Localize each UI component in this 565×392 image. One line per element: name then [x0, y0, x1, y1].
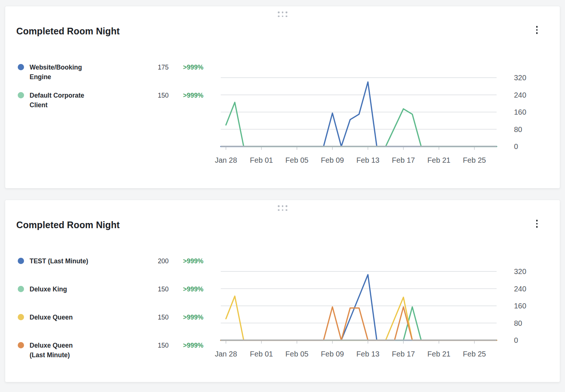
- x-axis-line: [221, 339, 497, 341]
- x-tick-label: Feb 17: [392, 350, 415, 358]
- x-tick-label: Jan 28: [215, 350, 237, 358]
- x-tick-label: Feb 01: [250, 156, 273, 164]
- y-tick-label: 320: [514, 267, 526, 276]
- y-tick-label: 320: [514, 74, 526, 82]
- y-tick-label: 240: [514, 91, 526, 99]
- x-tick-label: Feb 05: [285, 156, 308, 164]
- y-tick-label: 80: [514, 319, 522, 327]
- y-tick-label: 0: [514, 336, 518, 344]
- y-tick-label: 80: [514, 125, 522, 134]
- x-tick-label: Feb 05: [285, 350, 308, 358]
- series-line: [221, 307, 497, 340]
- x-tick-label: Feb 21: [427, 156, 450, 164]
- x-tick-label: Feb 09: [321, 350, 344, 358]
- metric-card: Completed Room Night TEST (Last Minute)2…: [5, 200, 560, 382]
- series-line: [226, 102, 497, 146]
- y-tick-label: 160: [514, 302, 526, 310]
- x-tick-label: Feb 01: [250, 350, 273, 358]
- series-line: [221, 307, 497, 340]
- line-chart: Jan 28Feb 01Feb 05Feb 09Feb 13Feb 17Feb …: [5, 200, 560, 382]
- dashboard: Completed Room Night Website/Booking Eng…: [0, 0, 565, 392]
- x-tick-label: Feb 09: [321, 156, 344, 164]
- x-tick-label: Feb 13: [356, 350, 379, 358]
- metric-card: Completed Room Night Website/Booking Eng…: [5, 6, 560, 188]
- y-tick-label: 160: [514, 108, 526, 116]
- series-line: [221, 82, 497, 146]
- x-tick-label: Feb 21: [427, 350, 450, 358]
- x-tick-label: Jan 28: [215, 156, 237, 164]
- y-tick-label: 0: [514, 142, 518, 151]
- x-tick-label: Feb 13: [356, 156, 379, 164]
- y-tick-label: 240: [514, 285, 526, 293]
- x-tick-label: Feb 25: [463, 156, 486, 164]
- line-chart: Jan 28Feb 01Feb 05Feb 09Feb 13Feb 17Feb …: [5, 6, 560, 188]
- x-tick-label: Feb 25: [463, 350, 486, 358]
- x-tick-label: Feb 17: [392, 156, 415, 164]
- x-axis-line: [221, 146, 497, 147]
